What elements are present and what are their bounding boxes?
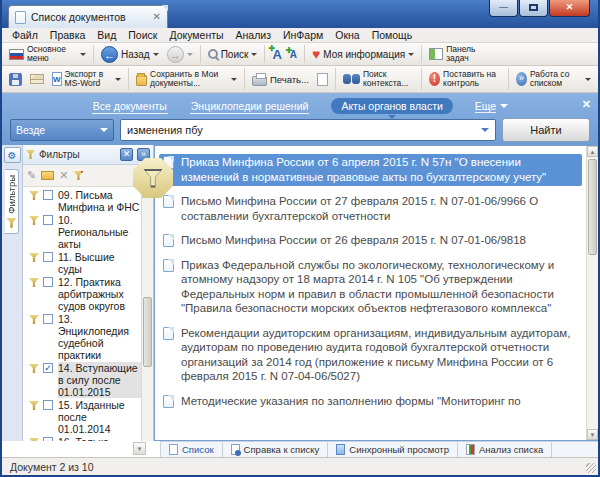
tab-encyclopedias[interactable]: Энциклопедии решений	[190, 99, 310, 114]
document-title: Приказ Минфина России от 6 апреля 2015 г…	[181, 156, 546, 183]
filter-item[interactable]: 13. Энциклопедия судебной практики	[29, 313, 141, 361]
tab-more[interactable]: Еще	[475, 100, 508, 113]
checkbox-checked[interactable]: ✓	[43, 363, 53, 373]
menu-help[interactable]: Помощь	[366, 29, 419, 41]
flag-icon	[9, 49, 24, 60]
chevron-down-icon[interactable]	[481, 128, 489, 136]
list-item[interactable]: Методические указания по заполнению форм…	[159, 393, 582, 411]
menu-search[interactable]: Поиск	[122, 29, 163, 41]
checkbox[interactable]	[43, 252, 53, 262]
filter-scrollbar[interactable]: ▲	[141, 187, 153, 441]
filter-item[interactable]: 11. Высшие суды	[29, 251, 141, 275]
list-view-icon	[169, 444, 178, 455]
status-bar: Документ 2 из 10	[2, 457, 598, 475]
filter-label: 10. Региональные акты	[58, 214, 141, 250]
menu-view[interactable]: Вид	[91, 29, 122, 41]
list-item-selected[interactable]: Приказ Минфина России от 6 апреля 2015 г…	[159, 154, 582, 186]
gear-icon[interactable]: ⚙	[4, 147, 21, 163]
email-button[interactable]	[26, 73, 48, 85]
menu-edit[interactable]: Правка	[44, 29, 91, 41]
filter-funnel-badge	[133, 158, 173, 198]
find-button[interactable]: Найти	[502, 118, 590, 142]
new-folder-icon[interactable]	[41, 171, 54, 180]
context-search-button[interactable]: Поиск контекста...	[339, 69, 418, 89]
save-my-docs-button[interactable]: Сохранить в Мои документы...	[132, 69, 241, 89]
scrollbar-thumb[interactable]	[143, 297, 152, 367]
tab-all-documents[interactable]: Все документы	[92, 99, 168, 114]
chevron-down-icon	[408, 53, 414, 59]
search-button[interactable]: Поиск	[204, 48, 262, 60]
close-search-icon[interactable]: ✕	[582, 98, 591, 111]
main-menu-button[interactable]: Основное меню	[5, 44, 90, 64]
scroll-down-icon[interactable]: ▼	[133, 442, 146, 455]
save-button[interactable]	[5, 72, 26, 87]
close-button[interactable]: ✕	[549, 0, 590, 17]
scroll-up-icon[interactable]: ▲	[587, 146, 598, 157]
checkbox[interactable]	[43, 277, 53, 287]
checkbox[interactable]	[43, 314, 53, 324]
scroll-down-icon[interactable]: ▼	[587, 429, 598, 440]
forward-button[interactable]: →	[163, 45, 197, 64]
menu-file[interactable]: Файл	[6, 29, 44, 41]
document-icon	[15, 11, 26, 24]
tab-more-label: Еще	[475, 100, 496, 113]
tab-close-icon[interactable]: ✕	[153, 12, 161, 22]
filter-item[interactable]: 10. Региональные акты	[29, 214, 141, 250]
checkbox[interactable]	[43, 215, 53, 225]
toolbar-document: W Экспорт в MS-Word Сохранить в Мои доку…	[2, 66, 598, 93]
document-list: Приказ Минфина России от 6 апреля 2015 г…	[155, 146, 586, 440]
task-panel-label: Панель задач	[446, 45, 480, 63]
tab-sync-view[interactable]: Синхронный просмотр	[328, 442, 458, 457]
menu-analysis[interactable]: Анализ	[230, 29, 277, 41]
checkbox[interactable]	[43, 400, 53, 410]
filter-flag-icon[interactable]	[73, 171, 83, 180]
resize-grip[interactable]	[586, 463, 596, 473]
menu-infarm[interactable]: ИнФарм	[277, 29, 329, 41]
alert-icon: !	[429, 72, 440, 86]
filters-side-tab[interactable]: Фильтры	[5, 169, 19, 234]
filter-item[interactable]: 15. Изданные после 01.01.2014	[29, 399, 141, 435]
search-label: Поиск	[221, 50, 249, 59]
list-item[interactable]: Письмо Минфина России от 27 февраля 2015…	[159, 193, 582, 225]
list-item[interactable]: Письмо Минфина России от 26 февраля 2015…	[159, 232, 582, 250]
list-item[interactable]: Рекомендации аудиторским организациям, и…	[159, 325, 582, 386]
list-item[interactable]: Приказ Федеральной службы по экологическ…	[159, 257, 582, 318]
tab-authority-acts[interactable]: Акты органов власти	[331, 98, 452, 114]
minimize-button[interactable]: —	[489, 0, 518, 17]
back-button[interactable]: ← Назад	[97, 45, 163, 64]
edit-filter-icon[interactable]: ✎	[27, 169, 36, 182]
maximize-button[interactable]	[519, 0, 548, 17]
document-list-tab[interactable]: Список документов ✕	[8, 5, 168, 28]
font-decrease-button[interactable]: ✚A	[286, 48, 301, 61]
scrollbar-thumb[interactable]	[588, 159, 597, 255]
task-panel-button[interactable]: Панель задач	[425, 44, 484, 64]
search-input[interactable]	[127, 124, 481, 136]
list-work-icon: »	[516, 72, 527, 86]
tab-list[interactable]: Список	[161, 442, 223, 457]
folder-icon	[136, 75, 147, 86]
menu-windows[interactable]: Окна	[329, 29, 365, 41]
checkbox[interactable]	[43, 190, 53, 200]
list-scrollbar[interactable]: ▲ ▼	[586, 146, 598, 440]
export-word-button[interactable]: W Экспорт в MS-Word	[48, 69, 125, 89]
copy-button[interactable]	[313, 72, 332, 87]
tab-list-help[interactable]: Справка к списку	[223, 442, 329, 457]
print-button[interactable]: Печать...	[248, 71, 313, 87]
menu-documents[interactable]: Документы	[163, 29, 229, 41]
scope-select[interactable]: Везде	[10, 119, 114, 141]
list-work-button[interactable]: » Работа со списком	[512, 69, 595, 89]
chevron-down-icon	[231, 78, 237, 84]
put-on-control-button[interactable]: ! Поставить на контроль	[425, 69, 505, 89]
filter-item[interactable]: 12. Практика арбитражных судов округов	[29, 276, 141, 312]
filter-item-selected[interactable]: ✓ 14. Вступающие в силу после 01.01.2015	[29, 362, 141, 398]
panel-close-icon[interactable]: ✕	[120, 148, 133, 161]
funnel-icon	[29, 315, 39, 324]
my-info-button[interactable]: ♥ Моя информация	[308, 47, 418, 61]
list-work-label: Работа со списком	[530, 70, 582, 88]
font-increase-button[interactable]: ✚A	[268, 46, 285, 63]
delete-filter-icon[interactable]: ✕	[59, 169, 68, 182]
tab-list-analysis[interactable]: Анализ списка	[458, 442, 552, 457]
filter-item[interactable]: 09. Письма Минфина и ФНС	[29, 189, 141, 213]
content-area: ⚙ Фильтры Фильтры ✕ » ✎ ✕	[2, 145, 598, 441]
separator	[304, 45, 305, 63]
